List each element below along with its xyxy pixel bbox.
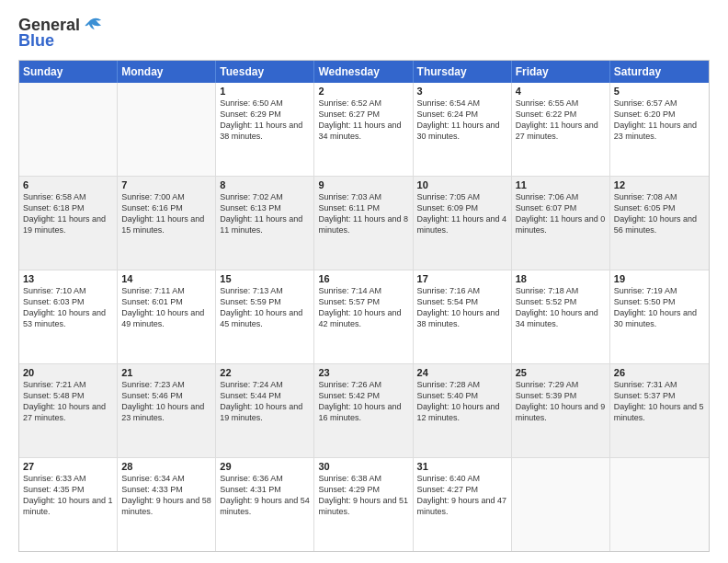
day-cell-18: 18Sunrise: 7:18 AM Sunset: 5:52 PM Dayli… [512,270,610,363]
day-cell-1: 1Sunrise: 6:50 AM Sunset: 6:29 PM Daylig… [216,83,314,176]
day-cell-24: 24Sunrise: 7:28 AM Sunset: 5:40 PM Dayli… [414,364,512,457]
day-number: 9 [318,179,408,190]
day-cell-6: 6Sunrise: 6:58 AM Sunset: 6:18 PM Daylig… [19,177,118,270]
day-number: 25 [516,367,606,378]
calendar: SundayMondayTuesdayWednesdayThursdayFrid… [18,60,710,552]
day-info: Sunrise: 7:31 AM Sunset: 5:37 PM Dayligh… [614,379,705,424]
empty-cell [610,458,709,551]
day-number: 24 [417,367,507,378]
day-info: Sunrise: 7:18 AM Sunset: 5:52 PM Dayligh… [516,285,606,330]
day-cell-27: 27Sunrise: 6:33 AM Sunset: 4:35 PM Dayli… [19,458,118,551]
day-cell-12: 12Sunrise: 7:08 AM Sunset: 6:05 PM Dayli… [610,177,709,270]
day-cell-15: 15Sunrise: 7:13 AM Sunset: 5:59 PM Dayli… [216,270,314,363]
day-info: Sunrise: 6:38 AM Sunset: 4:29 PM Dayligh… [318,473,408,518]
day-number: 11 [516,179,606,190]
page: General Blue SundayMondayTuesdayWednesda… [0,0,728,563]
empty-cell [118,83,216,176]
day-number: 19 [614,273,705,284]
day-info: Sunrise: 7:00 AM Sunset: 6:16 PM Dayligh… [121,191,211,236]
day-info: Sunrise: 7:03 AM Sunset: 6:11 PM Dayligh… [318,191,408,236]
calendar-row-3: 20Sunrise: 7:21 AM Sunset: 5:48 PM Dayli… [19,363,709,457]
header-day-wednesday: Wednesday [314,61,413,83]
day-number: 22 [220,367,310,378]
empty-cell [19,83,118,176]
day-info: Sunrise: 7:08 AM Sunset: 6:05 PM Dayligh… [614,191,705,236]
empty-cell [512,458,610,551]
header: General Blue [18,15,710,51]
header-day-sunday: Sunday [19,61,118,83]
day-info: Sunrise: 7:29 AM Sunset: 5:39 PM Dayligh… [516,379,606,424]
calendar-row-4: 27Sunrise: 6:33 AM Sunset: 4:35 PM Dayli… [19,457,709,551]
calendar-row-2: 13Sunrise: 7:10 AM Sunset: 6:03 PM Dayli… [19,270,709,363]
day-number: 15 [220,273,310,284]
day-cell-25: 25Sunrise: 7:29 AM Sunset: 5:39 PM Dayli… [512,364,610,457]
day-cell-7: 7Sunrise: 7:00 AM Sunset: 6:16 PM Daylig… [118,177,216,270]
day-info: Sunrise: 6:55 AM Sunset: 6:22 PM Dayligh… [516,98,606,143]
day-info: Sunrise: 7:16 AM Sunset: 5:54 PM Dayligh… [417,285,507,330]
day-cell-20: 20Sunrise: 7:21 AM Sunset: 5:48 PM Dayli… [19,364,118,457]
day-info: Sunrise: 7:02 AM Sunset: 6:13 PM Dayligh… [220,191,310,236]
calendar-header: SundayMondayTuesdayWednesdayThursdayFrid… [19,61,709,83]
header-day-friday: Friday [512,61,610,83]
day-number: 6 [23,179,113,190]
day-cell-26: 26Sunrise: 7:31 AM Sunset: 5:37 PM Dayli… [610,364,709,457]
day-info: Sunrise: 6:36 AM Sunset: 4:31 PM Dayligh… [220,473,310,518]
day-cell-22: 22Sunrise: 7:24 AM Sunset: 5:44 PM Dayli… [216,364,314,457]
day-info: Sunrise: 7:11 AM Sunset: 6:01 PM Dayligh… [121,285,211,330]
day-number: 21 [121,367,211,378]
calendar-body: 1Sunrise: 6:50 AM Sunset: 6:29 PM Daylig… [19,83,709,551]
header-day-tuesday: Tuesday [216,61,314,83]
calendar-row-1: 6Sunrise: 6:58 AM Sunset: 6:18 PM Daylig… [19,176,709,270]
day-cell-19: 19Sunrise: 7:19 AM Sunset: 5:50 PM Dayli… [610,270,709,363]
day-cell-8: 8Sunrise: 7:02 AM Sunset: 6:13 PM Daylig… [216,177,314,270]
day-cell-10: 10Sunrise: 7:05 AM Sunset: 6:09 PM Dayli… [414,177,512,270]
day-cell-3: 3Sunrise: 6:54 AM Sunset: 6:24 PM Daylig… [414,83,512,176]
day-number: 3 [417,86,507,97]
day-number: 18 [516,273,606,284]
day-number: 2 [318,86,408,97]
day-cell-4: 4Sunrise: 6:55 AM Sunset: 6:22 PM Daylig… [512,83,610,176]
day-number: 12 [614,179,705,190]
day-info: Sunrise: 7:13 AM Sunset: 5:59 PM Dayligh… [220,285,310,330]
day-cell-31: 31Sunrise: 6:40 AM Sunset: 4:27 PM Dayli… [414,458,512,551]
day-info: Sunrise: 6:52 AM Sunset: 6:27 PM Dayligh… [318,98,408,143]
day-number: 23 [318,367,408,378]
day-cell-21: 21Sunrise: 7:23 AM Sunset: 5:46 PM Dayli… [118,364,216,457]
day-number: 5 [614,86,705,97]
calendar-row-0: 1Sunrise: 6:50 AM Sunset: 6:29 PM Daylig… [19,83,709,176]
day-info: Sunrise: 7:28 AM Sunset: 5:40 PM Dayligh… [417,379,507,424]
day-info: Sunrise: 7:24 AM Sunset: 5:44 PM Dayligh… [220,379,310,424]
day-info: Sunrise: 7:06 AM Sunset: 6:07 PM Dayligh… [516,191,606,236]
day-cell-28: 28Sunrise: 6:34 AM Sunset: 4:33 PM Dayli… [118,458,216,551]
day-cell-11: 11Sunrise: 7:06 AM Sunset: 6:07 PM Dayli… [512,177,610,270]
day-number: 30 [318,461,408,472]
day-cell-9: 9Sunrise: 7:03 AM Sunset: 6:11 PM Daylig… [314,177,413,270]
day-info: Sunrise: 6:34 AM Sunset: 4:33 PM Dayligh… [121,473,211,518]
day-number: 13 [23,273,113,284]
day-info: Sunrise: 7:19 AM Sunset: 5:50 PM Dayligh… [614,285,705,330]
day-info: Sunrise: 7:23 AM Sunset: 5:46 PM Dayligh… [121,379,211,424]
day-number: 10 [417,179,507,190]
day-cell-13: 13Sunrise: 7:10 AM Sunset: 6:03 PM Dayli… [19,270,118,363]
day-number: 16 [318,273,408,284]
logo: General Blue [18,15,104,51]
day-number: 8 [220,179,310,190]
day-info: Sunrise: 7:26 AM Sunset: 5:42 PM Dayligh… [318,379,408,424]
day-info: Sunrise: 6:54 AM Sunset: 6:24 PM Dayligh… [417,98,507,143]
day-info: Sunrise: 7:14 AM Sunset: 5:57 PM Dayligh… [318,285,408,330]
day-info: Sunrise: 7:05 AM Sunset: 6:09 PM Dayligh… [417,191,507,236]
day-info: Sunrise: 6:58 AM Sunset: 6:18 PM Dayligh… [23,191,113,236]
day-info: Sunrise: 7:10 AM Sunset: 6:03 PM Dayligh… [23,285,113,330]
day-number: 20 [23,367,113,378]
day-number: 27 [23,461,113,472]
day-info: Sunrise: 6:57 AM Sunset: 6:20 PM Dayligh… [614,98,705,143]
day-cell-16: 16Sunrise: 7:14 AM Sunset: 5:57 PM Dayli… [314,270,413,363]
day-cell-29: 29Sunrise: 6:36 AM Sunset: 4:31 PM Dayli… [216,458,314,551]
day-cell-5: 5Sunrise: 6:57 AM Sunset: 6:20 PM Daylig… [610,83,709,176]
day-cell-14: 14Sunrise: 7:11 AM Sunset: 6:01 PM Dayli… [118,270,216,363]
day-info: Sunrise: 6:50 AM Sunset: 6:29 PM Dayligh… [220,98,310,143]
day-number: 28 [121,461,211,472]
day-number: 26 [614,367,705,378]
day-number: 31 [417,461,507,472]
day-number: 29 [220,461,310,472]
